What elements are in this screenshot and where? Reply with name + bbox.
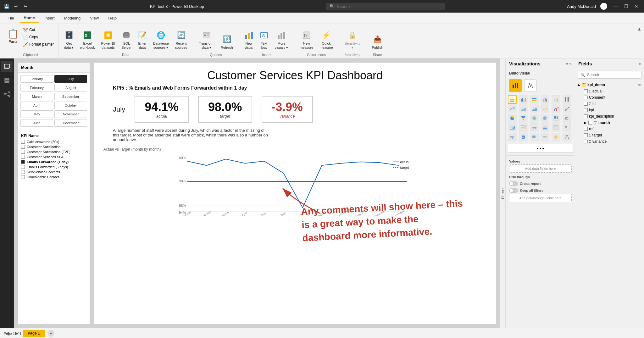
viz-pie[interactable] xyxy=(508,114,517,123)
viz-more-button[interactable]: • • • xyxy=(508,144,573,153)
viz-gauge[interactable] xyxy=(563,114,571,123)
slicer-january[interactable]: January xyxy=(20,75,53,83)
viz-stacked-bar[interactable] xyxy=(508,95,517,104)
kpi-emails-1day-checkbox[interactable] xyxy=(21,160,25,164)
field-kpi[interactable]: kpi xyxy=(578,107,641,113)
field-ref-checkbox[interactable] xyxy=(584,127,588,131)
field-month-expand[interactable]: ▶ xyxy=(584,121,586,125)
fields-expand-icon[interactable]: » xyxy=(639,61,641,66)
viz-decomp[interactable] xyxy=(563,133,571,141)
field-actual-checkbox[interactable] xyxy=(584,89,588,93)
field-target[interactable]: Σ target xyxy=(578,132,641,138)
format-painter-button[interactable]: 🖌️ Format painter xyxy=(22,41,55,48)
add-drillthrough-fields[interactable]: Add drill-through fields here xyxy=(509,194,572,202)
field-comment-checkbox[interactable] xyxy=(584,96,588,99)
viz-clustered-bar[interactable] xyxy=(519,95,528,104)
field-id[interactable]: Σ Id xyxy=(578,101,641,107)
kpi-satisfaction-e2e-checkbox[interactable] xyxy=(21,150,25,154)
slicer-october[interactable]: October xyxy=(54,102,87,109)
enter-data-button[interactable]: 📝 Enterdata xyxy=(136,28,149,51)
recent-sources-button[interactable]: 🔄 Recentsources xyxy=(173,28,190,51)
viz-matrix[interactable]: R xyxy=(563,123,571,132)
kpi-unavoidable-checkbox[interactable] xyxy=(21,175,25,179)
slicer-november[interactable]: November xyxy=(54,110,87,118)
field-kpi-desc-checkbox[interactable] xyxy=(584,114,588,118)
new-visual-button[interactable]: Newvisual xyxy=(242,28,256,51)
slicer-march[interactable]: March xyxy=(20,93,53,100)
viz-100-col[interactable] xyxy=(563,95,571,104)
nav-model-button[interactable] xyxy=(1,89,13,100)
viz-smart-narrative[interactable] xyxy=(541,133,549,141)
viz-format-icon[interactable] xyxy=(524,79,537,92)
quick-measure-button[interactable]: ⚡ Quickmeasure xyxy=(317,28,336,51)
kpi-satisfaction[interactable]: Customer Satisfaction xyxy=(21,145,86,149)
viz-funnel[interactable] xyxy=(519,114,528,123)
get-data-button[interactable]: 🗄️ Getdata ▾ xyxy=(62,28,76,51)
viz-clustered-col[interactable] xyxy=(552,95,560,104)
kpi-calls-checkbox[interactable] xyxy=(21,140,25,144)
viz-custom[interactable]: + xyxy=(552,133,560,141)
viz-collapse-left[interactable]: « xyxy=(565,61,568,66)
powerbi-datasets-button[interactable]: Power BIdatasets xyxy=(99,28,118,51)
close-button[interactable]: ✕ xyxy=(633,4,640,9)
sensitivity-button[interactable]: 🔒 Sensitivity▾ xyxy=(342,28,363,51)
viz-area[interactable] xyxy=(519,104,528,113)
paste-button[interactable]: 📋 Paste xyxy=(6,25,20,47)
undo-icon[interactable]: ↩ xyxy=(13,3,19,9)
dataverse-button[interactable]: 🌐 Dataversesources ▾ xyxy=(151,28,171,51)
viz-kpi[interactable]: KPI xyxy=(530,123,539,132)
copy-button[interactable]: 📄 Copy xyxy=(22,34,55,41)
slicer-july[interactable]: July xyxy=(54,75,87,83)
field-kpi-description[interactable]: kpi_description xyxy=(578,113,641,119)
slicer-april[interactable]: April xyxy=(20,102,53,109)
menu-insert[interactable]: Insert xyxy=(40,14,59,22)
kpi-self-service-checkbox[interactable] xyxy=(21,170,25,174)
viz-ai[interactable]: AI xyxy=(519,133,528,141)
minimize-button[interactable]: — xyxy=(612,4,620,9)
kpi-emails-5days-checkbox[interactable] xyxy=(21,165,25,169)
viz-qna[interactable] xyxy=(530,133,539,141)
field-variance[interactable]: Σ variance xyxy=(578,138,641,145)
global-search-bar[interactable]: 🔍 xyxy=(326,3,445,10)
ribbon-collapse-button[interactable]: ▲ xyxy=(637,26,641,31)
field-target-checkbox[interactable] xyxy=(584,133,588,137)
field-month-checkbox[interactable] xyxy=(588,121,592,125)
kpi-sla-checkbox[interactable] xyxy=(21,155,25,159)
field-id-checkbox[interactable] xyxy=(584,102,588,106)
slicer-august[interactable]: August xyxy=(54,84,87,91)
page-tab-1[interactable]: Page 1 xyxy=(23,330,45,337)
kpi-unavoidable[interactable]: Unavoidable Contact xyxy=(21,175,86,179)
kpi-sla[interactable]: Customer Services SLA xyxy=(21,155,86,159)
redo-icon[interactable]: ↪ xyxy=(23,3,28,9)
field-variance-checkbox[interactable] xyxy=(584,140,588,143)
menu-file[interactable]: File xyxy=(3,14,19,22)
menu-home[interactable]: Home xyxy=(19,14,39,23)
viz-line[interactable] xyxy=(508,104,517,113)
viz-stacked-area[interactable] xyxy=(530,104,539,113)
viz-ribbon[interactable] xyxy=(541,104,549,113)
fields-search-bar[interactable]: 🔍 xyxy=(578,71,641,79)
viz-multirow-card[interactable] xyxy=(519,123,528,132)
viz-card[interactable]: 42 xyxy=(508,123,517,132)
viz-table[interactable] xyxy=(552,123,560,132)
publish-button[interactable]: 📤 Publish xyxy=(369,28,386,51)
viz-map[interactable] xyxy=(530,114,539,123)
fields-search-input[interactable] xyxy=(587,73,639,77)
excel-button[interactable]: X Excelworkbook xyxy=(78,28,97,51)
field-month[interactable]: ▶ 📅 month xyxy=(578,119,641,126)
transform-data-button[interactable]: Transformdata ▾ xyxy=(196,28,217,51)
menu-modeling[interactable]: Modeling xyxy=(60,14,85,22)
kpi-calls[interactable]: Calls answered (60s) xyxy=(21,140,86,144)
viz-python[interactable]: Py xyxy=(508,133,517,141)
viz-filled-map[interactable] xyxy=(541,114,549,123)
slicer-september[interactable]: September xyxy=(54,93,87,100)
maximize-button[interactable]: ❐ xyxy=(622,4,630,9)
refresh-button[interactable]: 🔃 Refresh xyxy=(218,28,236,51)
fields-table-kpi-demo[interactable]: ▶ 🗂️ kpi_demo ••• xyxy=(578,82,641,88)
viz-100-bar[interactable] xyxy=(530,95,539,104)
new-measure-button[interactable]: fx Newmeasure xyxy=(297,28,316,51)
viz-waterfall[interactable] xyxy=(552,104,560,113)
save-icon[interactable]: 💾 xyxy=(4,3,9,9)
viz-tree[interactable] xyxy=(552,114,560,123)
slicer-december[interactable]: December xyxy=(54,119,87,127)
